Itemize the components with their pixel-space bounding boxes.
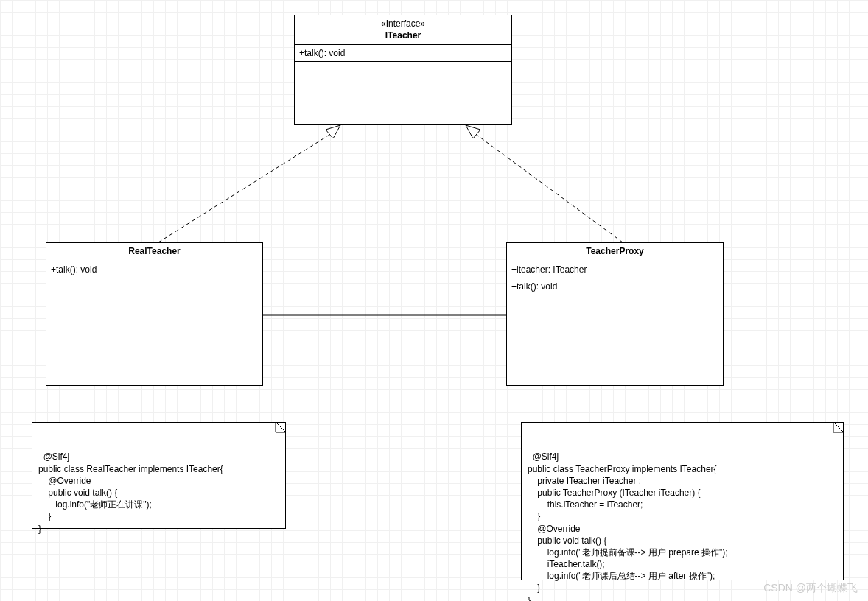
- uml-methods: +talk(): void: [46, 261, 262, 278]
- method-row: +talk(): void: [51, 264, 258, 275]
- note-teacherproxy-code: @Slf4j public class TeacherProxy impleme…: [521, 422, 844, 580]
- stereotype: «Interface»: [299, 18, 507, 30]
- class-name: RealTeacher: [51, 246, 258, 258]
- watermark: CSDN @两个蝴蝶飞: [763, 582, 858, 595]
- attribute-row: +iteacher: ITeacher: [511, 264, 718, 275]
- note-realteacher-code: @Slf4j public class RealTeacher implemen…: [32, 422, 286, 529]
- uml-body-empty: [295, 62, 511, 77]
- method-row: +talk(): void: [511, 281, 718, 292]
- uml-title: «Interface» ITeacher: [295, 15, 511, 45]
- uml-title: RealTeacher: [46, 243, 262, 261]
- realization-arrow-teacherproxy: [466, 125, 480, 138]
- uml-class-teacherproxy: TeacherProxy +iteacher: ITeacher +talk()…: [506, 242, 724, 386]
- realization-line-teacherproxy: [472, 131, 623, 242]
- uml-methods: +talk(): void: [295, 45, 511, 62]
- realization-line-realteacher: [158, 131, 335, 242]
- uml-class-realteacher: RealTeacher +talk(): void: [46, 242, 263, 386]
- uml-body-empty: [507, 295, 723, 310]
- uml-interface-iteacher: «Interface» ITeacher +talk(): void: [294, 15, 512, 125]
- uml-body-empty: [46, 278, 262, 293]
- realization-arrow-realteacher: [326, 125, 340, 138]
- uml-title: TeacherProxy: [507, 243, 723, 261]
- uml-methods: +talk(): void: [507, 278, 723, 295]
- svg-marker-1: [833, 422, 844, 432]
- note-code-text: @Slf4j public class RealTeacher implemen…: [38, 451, 223, 533]
- method-row: +talk(): void: [299, 48, 507, 58]
- uml-attributes: +iteacher: ITeacher: [507, 261, 723, 278]
- svg-marker-0: [276, 422, 286, 432]
- class-name: TeacherProxy: [511, 246, 718, 258]
- note-code-text: @Slf4j public class TeacherProxy impleme…: [528, 451, 728, 601]
- class-name: ITeacher: [299, 30, 507, 42]
